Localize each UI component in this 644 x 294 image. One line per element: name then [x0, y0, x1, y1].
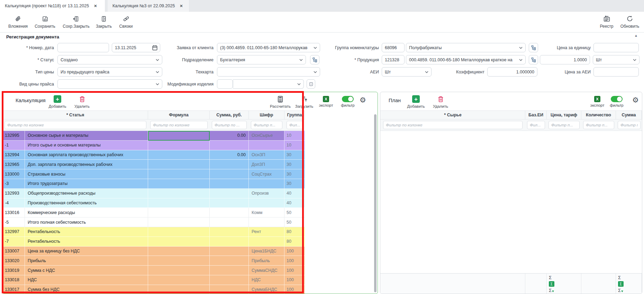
- filter-toggle[interactable]: фильтр: [337, 95, 359, 107]
- modification-code-input[interactable]: [217, 79, 233, 89]
- column-header[interactable]: Сумма, руб.: [210, 110, 249, 119]
- column-header[interactable]: Баз.ЕИ: [525, 110, 547, 119]
- links-button[interactable]: Связки: [111, 15, 141, 29]
- table-row[interactable]: -4Производственная себестоимость40: [2, 198, 305, 208]
- column-header[interactable]: Шифр: [249, 110, 284, 119]
- production-qty-input[interactable]: 1.0000: [540, 55, 590, 64]
- save-close-button[interactable]: Сохр.Закрыть: [61, 15, 91, 29]
- filter-input[interactable]: [383, 121, 523, 129]
- collapse-section-icon[interactable]: ▲: [634, 34, 638, 37]
- unit-price-input[interactable]: [593, 43, 639, 52]
- footer-cell: [581, 274, 616, 294]
- column-header[interactable]: Количество: [581, 110, 616, 119]
- tech-card-select[interactable]: [217, 67, 320, 77]
- sum-icon[interactable]: Σ: [618, 275, 625, 280]
- table-row[interactable]: 133020ПрибыльПрибыль100: [2, 256, 305, 266]
- table-row[interactable]: 133000Страховые взносыСоцСтрах30: [2, 169, 305, 179]
- column-header[interactable]: * Сырье: [381, 110, 525, 119]
- export-excel-button[interactable]: X экспорт: [586, 95, 608, 107]
- production-unit-select[interactable]: Шт: [593, 55, 640, 64]
- filter-toggle[interactable]: фильтр: [606, 95, 628, 107]
- attachments-button[interactable]: Вложения: [3, 15, 33, 29]
- filter-input[interactable]: [583, 121, 614, 129]
- add-row-button[interactable]: + Добавить: [405, 95, 427, 108]
- coefficient-input[interactable]: 1.000000: [487, 67, 537, 77]
- column-header[interactable]: * Статья: [3, 110, 148, 119]
- cell-article: Рентабельность: [25, 237, 148, 247]
- column-header[interactable]: Сумма: [616, 110, 642, 119]
- table-row[interactable]: 132965Доп. зарплата производственных раб…: [2, 160, 305, 169]
- close-icon[interactable]: ✕: [94, 4, 97, 8]
- chevron-down-icon: [299, 59, 303, 61]
- sum-icon[interactable]: Σ: [549, 275, 556, 280]
- add-row-button[interactable]: + Добавить: [46, 95, 69, 108]
- table-row[interactable]: -1Итого сырье и основные материалы10: [2, 141, 305, 150]
- filter-input[interactable]: [287, 121, 303, 129]
- tab-calculation-3[interactable]: Калькуляция №3 от 22.09.2025 ✕: [108, 0, 189, 12]
- filter-input[interactable]: [527, 121, 545, 129]
- table-row[interactable]: 133019Сумма с НДССуммаСНДС100: [2, 266, 305, 275]
- load-button[interactable]: Загрузить: [293, 95, 315, 108]
- delete-row-button[interactable]: Удалить: [71, 95, 93, 108]
- nomenclature-group-select[interactable]: Полуфабрикаты: [406, 43, 526, 52]
- aei-price-input[interactable]: [593, 67, 639, 77]
- column-header[interactable]: Цена, тариф: [547, 110, 581, 119]
- status-select[interactable]: Создано: [57, 55, 162, 64]
- number-input[interactable]: [57, 43, 109, 52]
- table-row[interactable]: 133016Коммерческие расходыКомм50: [2, 208, 305, 217]
- footer-cell: [381, 274, 525, 294]
- cell-id: -4: [3, 198, 25, 208]
- modification-window-button[interactable]: [307, 79, 315, 89]
- price-kind-select[interactable]: [57, 79, 162, 89]
- calculate-button[interactable]: Рассчитать: [269, 95, 291, 108]
- price-type-select[interactable]: Из предыдущего прайса: [57, 67, 162, 77]
- table-row[interactable]: 133018НДСНДС100: [2, 275, 305, 285]
- client-request-select[interactable]: (3) 000.4859. 011.000-65-180 Металлорука…: [217, 43, 320, 52]
- filter-input[interactable]: [548, 121, 580, 129]
- table-row[interactable]: 132997РентабельностьРент80: [2, 227, 305, 237]
- table-row[interactable]: 132995Основное сырье и материалы0.00ОснС…: [2, 131, 305, 141]
- date-input[interactable]: 13.11.2025: [112, 43, 160, 52]
- toggle-on-icon[interactable]: [611, 96, 623, 102]
- filter-input[interactable]: [150, 121, 208, 129]
- production-select[interactable]: 000.4859. 011.000-65-180 Металлорукав кр…: [406, 55, 526, 64]
- toggle-on-icon[interactable]: [342, 96, 354, 102]
- table-row[interactable]: -3Итого трудозатраты30: [2, 179, 305, 189]
- nomenclature-group-code-input[interactable]: 68096: [382, 43, 405, 52]
- sum-filtered-icon[interactable]: Σ: [549, 288, 556, 293]
- table-row[interactable]: -7Рентабельность80: [2, 237, 305, 247]
- production-tree-button[interactable]: [529, 55, 538, 64]
- table-row[interactable]: 132994Основная зарплата производственных…: [2, 150, 305, 160]
- calendar-icon[interactable]: [152, 45, 157, 51]
- settings-gear-icon[interactable]: ⚙: [632, 96, 639, 104]
- delete-row-button[interactable]: Удалить: [429, 95, 452, 108]
- refresh-button[interactable]: Обновить: [615, 15, 644, 29]
- department-select[interactable]: Бухгалтерия: [217, 55, 306, 64]
- tab-calculation-project[interactable]: Калькуляция (проект №118) от 13.11.2025 …: [0, 0, 105, 12]
- vertical-scrollbar[interactable]: [374, 114, 377, 292]
- sum-selected-icon[interactable]: Σ: [618, 281, 624, 287]
- filter-input[interactable]: [4, 121, 146, 129]
- cell-code: [249, 237, 284, 247]
- table-row[interactable]: -5Итого полная себестоимость50: [2, 217, 305, 227]
- sum-selected-icon[interactable]: Σ: [549, 281, 554, 287]
- filter-input[interactable]: [618, 121, 641, 129]
- modification-select[interactable]: [233, 79, 304, 89]
- table-row[interactable]: 133007Цена за единицу без НДСЦена1БНДС10…: [2, 247, 305, 256]
- cell-id: 133018: [3, 275, 25, 285]
- export-excel-button[interactable]: X экспорт: [315, 95, 337, 107]
- filter-input[interactable]: [251, 121, 282, 129]
- aei-select[interactable]: Шт: [382, 67, 432, 77]
- production-code-input[interactable]: 121328: [382, 55, 405, 64]
- column-header[interactable]: Группа: [284, 110, 305, 119]
- settings-gear-icon[interactable]: ⚙: [360, 96, 366, 104]
- filter-input[interactable]: [212, 121, 247, 129]
- table-row[interactable]: 132993Общепроизводственные расходыОпроиз…: [2, 189, 305, 198]
- department-tree-button[interactable]: [310, 55, 319, 64]
- table-row[interactable]: 133017Сумма без НДССуммаБНДС100: [2, 285, 305, 294]
- sum-filtered-icon[interactable]: Σ: [618, 288, 625, 293]
- save-button[interactable]: Сохранить: [30, 15, 60, 29]
- close-icon[interactable]: ✕: [180, 4, 183, 8]
- column-header[interactable]: Формула: [148, 110, 210, 119]
- cell-id: 132993: [3, 189, 25, 198]
